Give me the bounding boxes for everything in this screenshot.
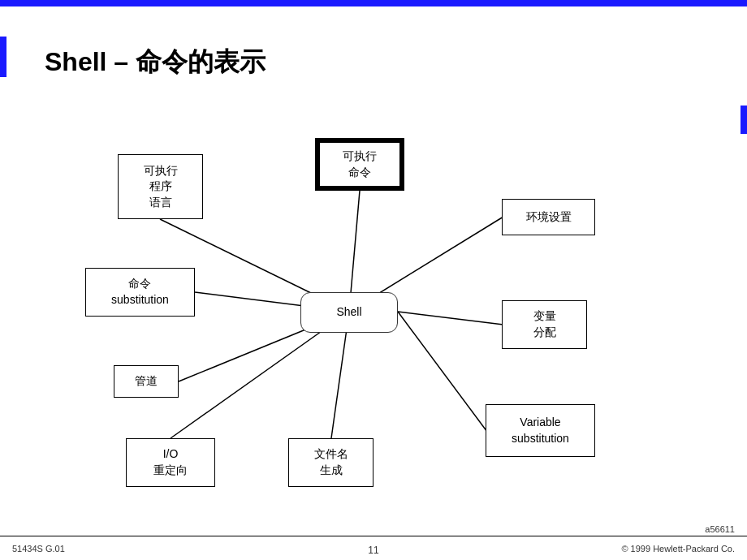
footer-left: 51434S G.01: [12, 544, 65, 554]
top-accent-bar: [0, 0, 747, 6]
right-accent-bar: [741, 106, 747, 134]
env-box: 环境设置: [502, 199, 595, 235]
io-box: I/O 重定向: [126, 438, 215, 487]
left-accent-bar: [0, 37, 6, 77]
diagram-container: Shell 可执行 命令 可执行 程序 语言 命令 substitution 管…: [32, 114, 715, 511]
svg-line-7: [398, 312, 503, 325]
cmd-sub-box: 命令 substitution: [85, 268, 195, 317]
shell-center-box: Shell: [300, 292, 398, 333]
footer-copyright: © 1999 Hewlett-Packard Co.: [621, 544, 735, 554]
var-box: 变量 分配: [502, 300, 587, 349]
footer-page: 11: [368, 545, 378, 556]
pipe-box: 管道: [114, 365, 179, 398]
exec-cmd-box: 可执行 命令: [315, 138, 404, 191]
svg-line-8: [398, 312, 487, 432]
filename-box: 文件名 生成: [288, 438, 374, 487]
exec-prog-box: 可执行 程序 语言: [118, 154, 203, 219]
var-sub-box: Variable substitution: [486, 404, 595, 457]
page-title: Shell – 命令的表示: [45, 45, 266, 80]
footer-code: a56611: [705, 524, 735, 534]
